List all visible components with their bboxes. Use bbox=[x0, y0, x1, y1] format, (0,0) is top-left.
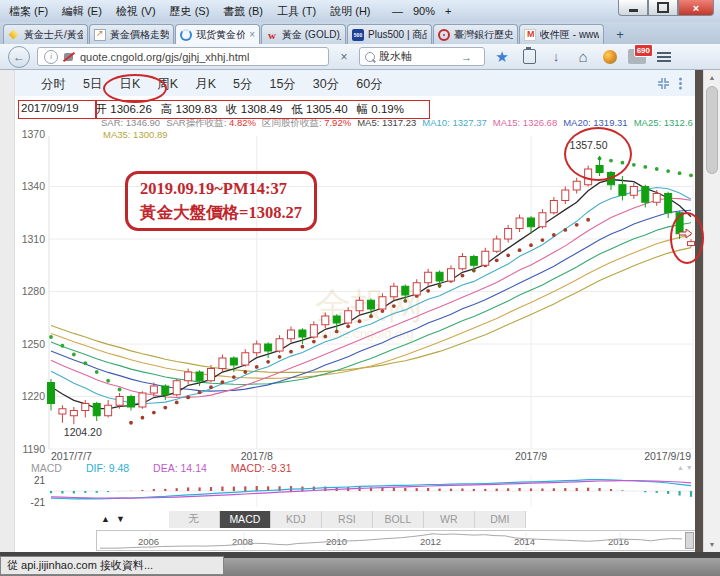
menubar-item[interactable]: 編輯 (E) bbox=[55, 1, 109, 22]
status-text: 從 api.jijinhao.com 接收資料... bbox=[0, 556, 224, 575]
menubar-item[interactable]: 檔案 (F) bbox=[2, 1, 55, 22]
vertical-scrollbar[interactable]: ▲ ▼ bbox=[703, 70, 720, 552]
menubar-item[interactable]: 說明 (H) bbox=[323, 1, 377, 22]
period-item[interactable]: 月K bbox=[195, 76, 216, 93]
tab[interactable]: w黃金 (GOLD)_價 bbox=[261, 24, 346, 44]
download-icon: ↓ bbox=[553, 49, 560, 64]
indicator-tab[interactable]: WR bbox=[424, 511, 475, 528]
svg-text:1190: 1190 bbox=[22, 443, 45, 455]
new-tab-button[interactable]: + bbox=[607, 25, 633, 44]
panel-up-button[interactable]: ▲ bbox=[101, 514, 110, 524]
svg-text:21: 21 bbox=[34, 475, 46, 486]
svg-text:1204.20: 1204.20 bbox=[64, 426, 102, 438]
restore-icon bbox=[657, 2, 669, 13]
chart-favicon-icon bbox=[94, 29, 106, 41]
diamond-favicon-icon bbox=[8, 29, 20, 41]
bookmarks-menu-button[interactable] bbox=[519, 47, 539, 67]
tab[interactable]: 收件匣 - www0 bbox=[519, 24, 604, 44]
panel-arrows: ▲ ▼ bbox=[101, 514, 125, 524]
search-input[interactable] bbox=[379, 51, 457, 63]
period-item[interactable]: 60分 bbox=[356, 76, 382, 93]
page-viewport: 分时5日日K周K月K5分15分30分60分 2017/09/19 开 1306.… bbox=[0, 70, 703, 552]
zoom-out-button[interactable]: — bbox=[392, 5, 403, 17]
url-text[interactable]: quote.cngold.org/gjs/gjhj_xhhj.html bbox=[80, 51, 249, 63]
notification-button[interactable]: 690 bbox=[627, 47, 647, 67]
tab-label: 现货黄金价格 bbox=[196, 28, 245, 42]
indicator-tab[interactable]: 无 bbox=[169, 511, 220, 528]
panel-down-button[interactable]: ▼ bbox=[116, 514, 125, 524]
zoom-in-button[interactable]: + bbox=[445, 5, 451, 17]
stop-button[interactable]: × bbox=[336, 49, 352, 65]
tab-label: 黃金士兵/黃金 bbox=[24, 28, 83, 42]
bookmark-star-icon: ★ bbox=[495, 48, 508, 66]
scroll-up-icon[interactable]: ▲ bbox=[704, 70, 720, 85]
restore-button[interactable] bbox=[648, 0, 678, 16]
close-button[interactable]: × bbox=[678, 0, 714, 16]
bookmark-star-button[interactable]: ★ bbox=[492, 47, 512, 67]
search-go-icon[interactable]: → bbox=[461, 51, 472, 63]
hamburger-icon bbox=[657, 52, 671, 62]
scrollbar-thumb[interactable] bbox=[706, 86, 718, 174]
indicator-tab[interactable]: BOLL bbox=[373, 511, 424, 528]
menubar-item[interactable]: 工具 (T) bbox=[270, 1, 323, 22]
home-icon: ⌂ bbox=[578, 48, 587, 65]
period-item[interactable]: 5分 bbox=[233, 76, 252, 93]
svg-text:2006: 2006 bbox=[138, 536, 159, 547]
home-button[interactable]: ⌂ bbox=[573, 47, 593, 67]
title-menu-bar: 檔案 (F)編輯 (E)檢視 (V)歷史 (S)書籤 (B)工具 (T)說明 (… bbox=[0, 0, 720, 23]
macd-chart-svg[interactable]: 21-21 bbox=[15, 473, 696, 509]
more-options-icon[interactable] bbox=[678, 77, 683, 90]
tab-label: 臺灣銀行歷史 bbox=[454, 28, 513, 42]
annotation-circle-daily-k bbox=[103, 74, 167, 103]
annotation-circle-peak bbox=[564, 127, 632, 181]
menubar: 檔案 (F)編輯 (E)檢視 (V)歷史 (S)書籤 (B)工具 (T)說明 (… bbox=[2, 0, 377, 22]
chart-toolbar-icons bbox=[657, 77, 683, 90]
menubar-item[interactable]: 書籤 (B) bbox=[216, 1, 270, 22]
indicator-tab[interactable]: DMI bbox=[475, 511, 526, 528]
tab[interactable]: 现货黄金价格× bbox=[175, 24, 260, 44]
tab-label: 黃金 (GOLD)_價 bbox=[282, 28, 341, 42]
url-bar[interactable]: i quote.cngold.org/gjs/gjhj_xhhj.html bbox=[37, 47, 329, 66]
plugin-blocked-icon[interactable] bbox=[63, 51, 75, 63]
tab[interactable]: 黃金價格走勢圖 bbox=[89, 24, 174, 44]
menu-button[interactable] bbox=[654, 47, 674, 67]
notification-icon: 690 bbox=[628, 49, 646, 64]
scroll-down-icon[interactable]: ▼ bbox=[704, 537, 720, 552]
period-item[interactable]: 15分 bbox=[269, 76, 295, 93]
svg-text:2016: 2016 bbox=[608, 536, 629, 547]
svg-text:2012: 2012 bbox=[420, 536, 441, 547]
menubar-item[interactable]: 檢視 (V) bbox=[109, 1, 163, 22]
minimize-button[interactable] bbox=[618, 0, 648, 16]
svg-text:1340: 1340 bbox=[22, 180, 46, 192]
period-item[interactable]: 5日 bbox=[83, 76, 102, 93]
addon-icon bbox=[603, 50, 617, 64]
annotation-box-ohlc bbox=[96, 100, 430, 119]
fullscreen-toggle-icon[interactable] bbox=[657, 77, 670, 90]
zoom-level: 90% bbox=[413, 5, 435, 17]
page-edge-strip bbox=[695, 70, 703, 552]
search-box[interactable]: → bbox=[359, 47, 485, 66]
annotation-note: 2019.09.19~PM14:37 黃金大盤價格=1308.27 bbox=[125, 171, 317, 231]
tab-close-icon[interactable]: × bbox=[249, 29, 255, 40]
tab[interactable]: 黃金士兵/黃金 bbox=[3, 24, 88, 44]
period-item[interactable]: 分时 bbox=[41, 76, 66, 93]
tab[interactable]: 500Plus500 | 商品 bbox=[347, 24, 432, 44]
indicator-tab[interactable]: MACD bbox=[220, 511, 271, 528]
indicator-tab[interactable]: KDJ bbox=[271, 511, 322, 528]
back-button[interactable]: ← bbox=[8, 46, 30, 68]
site-info-icon[interactable]: i bbox=[44, 50, 58, 64]
search-icon bbox=[365, 52, 375, 62]
tab-label: Plus500 | 商品 bbox=[368, 28, 427, 42]
tab[interactable]: 臺灣銀行歷史 bbox=[433, 24, 518, 44]
downloads-button[interactable]: ↓ bbox=[546, 47, 566, 67]
indicator-tab[interactable]: RSI bbox=[322, 511, 373, 528]
navigator-thumb[interactable] bbox=[685, 532, 694, 549]
period-item[interactable]: 30分 bbox=[313, 76, 339, 93]
menubar-item[interactable]: 歷史 (S) bbox=[163, 1, 217, 22]
tab-label: 收件匣 - www0 bbox=[540, 28, 599, 42]
tab-strip: 黃金士兵/黃金黃金價格走勢圖现货黄金价格×w黃金 (GOLD)_價500Plus… bbox=[0, 22, 720, 44]
addon-button[interactable] bbox=[600, 47, 620, 67]
timeline-navigator[interactable]: 200620082010201220142016 bbox=[96, 530, 696, 551]
page-zoom-widget: — 90% + bbox=[392, 0, 451, 22]
minimize-icon bbox=[629, 9, 638, 12]
